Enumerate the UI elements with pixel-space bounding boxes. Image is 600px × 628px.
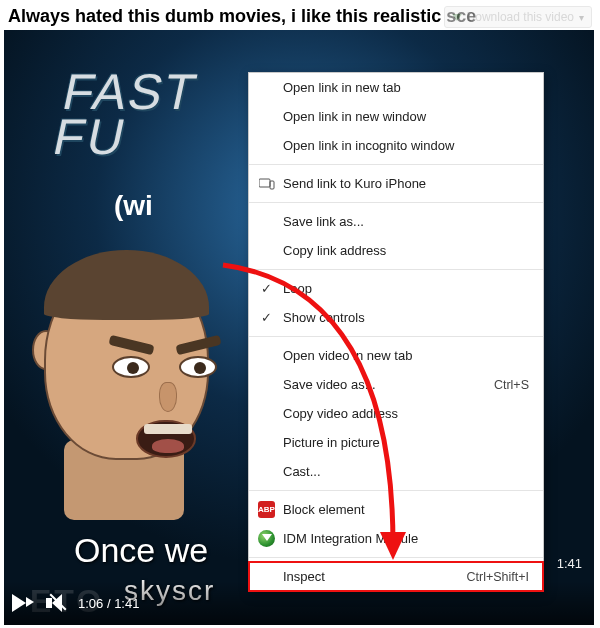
chevron-down-icon: ▾ [579,12,584,23]
abp-icon: ABP [258,501,275,518]
mute-icon[interactable] [46,592,68,614]
poster-subtext: (wi [114,190,153,222]
ctx-cast[interactable]: Cast... [249,457,543,486]
play-icon[interactable] [12,594,26,612]
svg-rect-0 [259,179,270,187]
character-illustration [4,240,264,520]
ctx-open-link-new-window[interactable]: Open link in new window [249,102,543,131]
movie-logo: FAST FU [49,70,201,160]
ctx-loop[interactable]: Loop [249,274,543,303]
ctx-idm-integration[interactable]: IDM Integration Module [249,524,543,553]
ctx-save-video-as[interactable]: Save video as...Ctrl+S [249,370,543,399]
devices-icon [258,175,275,192]
idm-icon [258,530,275,547]
next-icon[interactable] [26,597,34,607]
download-icon [452,14,462,21]
video-caption-line1: Once we [74,531,208,570]
ctx-save-link-as[interactable]: Save link as... [249,207,543,236]
context-menu: Open link in new tab Open link in new wi… [248,72,544,592]
ctx-copy-video-address[interactable]: Copy video address [249,399,543,428]
ctx-send-link[interactable]: Send link to Kuro iPhone [249,169,543,198]
download-video-button[interactable]: Download this video ▾ [444,6,592,28]
ctx-open-link-new-tab[interactable]: Open link in new tab [249,73,543,102]
ctx-picture-in-picture[interactable]: Picture in picture [249,428,543,457]
ctx-show-controls[interactable]: Show controls [249,303,543,332]
ctx-block-element[interactable]: ABP Block element [249,495,543,524]
download-label: Download this video [467,10,574,24]
svg-rect-1 [270,181,274,189]
ctx-inspect[interactable]: InspectCtrl+Shift+I [249,562,543,591]
duration-overlay: 1:41 [557,556,582,571]
ctx-open-link-incognito[interactable]: Open link in incognito window [249,131,543,160]
ctx-open-video-new-tab[interactable]: Open video in new tab [249,341,543,370]
ctx-copy-link-address[interactable]: Copy link address [249,236,543,265]
time-display: 1:06 / 1:41 [78,596,139,611]
